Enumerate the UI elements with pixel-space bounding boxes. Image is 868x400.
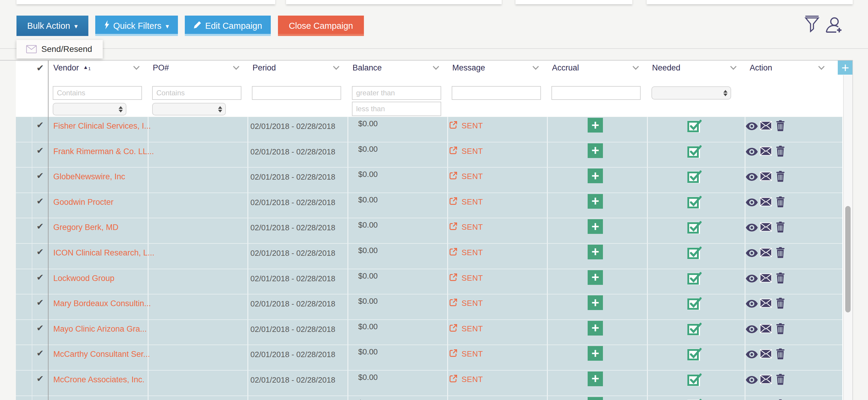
needed-checkbox-icon[interactable] xyxy=(687,372,702,388)
send-email-icon[interactable] xyxy=(760,147,772,157)
row-selected-check-icon[interactable]: ✔ xyxy=(33,348,48,358)
needed-checkbox-icon[interactable] xyxy=(687,321,702,338)
add-accrual-button[interactable]: + xyxy=(588,346,603,361)
menu-item-send-resend[interactable]: Send/Resend xyxy=(17,40,103,58)
view-icon[interactable] xyxy=(746,249,758,258)
column-menu-chevron-icon[interactable] xyxy=(133,66,140,70)
add-accrual-button[interactable]: + xyxy=(588,118,603,133)
message-status[interactable]: SENT xyxy=(462,147,483,156)
column-header-accrual[interactable]: Accrual xyxy=(547,61,647,75)
needed-checkbox-icon[interactable] xyxy=(687,118,702,135)
delete-icon[interactable] xyxy=(776,247,785,259)
row-selected-check-icon[interactable]: ✔ xyxy=(33,247,48,257)
needed-checkbox-icon[interactable] xyxy=(687,271,702,287)
vendor-link[interactable]: McCarthy Consultant Ser... xyxy=(53,350,150,359)
column-header-needed[interactable]: Needed xyxy=(647,61,745,75)
external-link-icon[interactable] xyxy=(449,146,458,156)
row-selected-check-icon[interactable]: ✔ xyxy=(33,171,48,181)
row-selected-check-icon[interactable]: ✔ xyxy=(33,297,48,308)
vendor-link[interactable]: Frank Rimerman & Co. LL... xyxy=(53,147,154,156)
vendor-link[interactable]: GlobeNewswire, Inc xyxy=(53,172,125,181)
add-accrual-button[interactable]: + xyxy=(588,169,603,183)
edit-campaign-button[interactable]: Edit Campaign xyxy=(185,16,271,36)
filter-input-vendor[interactable] xyxy=(53,86,142,100)
send-email-icon[interactable] xyxy=(760,223,772,233)
add-accrual-button[interactable]: + xyxy=(588,321,603,336)
vendor-link[interactable]: ICON Clinical Research, L... xyxy=(53,248,155,258)
delete-icon[interactable] xyxy=(776,323,785,336)
row-selected-check-icon[interactable]: ✔ xyxy=(33,120,48,130)
view-icon[interactable] xyxy=(746,224,758,233)
column-menu-chevron-icon[interactable] xyxy=(333,66,340,70)
filter-input-balance-2[interactable] xyxy=(352,102,441,116)
needed-checkbox-icon[interactable] xyxy=(687,245,702,261)
external-link-icon[interactable] xyxy=(449,323,458,334)
view-icon[interactable] xyxy=(746,199,758,207)
bulk-action-button[interactable]: Bulk Action ▾ xyxy=(17,16,88,36)
delete-icon[interactable] xyxy=(776,145,785,158)
send-email-icon[interactable] xyxy=(760,298,772,309)
delete-icon[interactable] xyxy=(776,120,785,133)
filter-input-accrual[interactable] xyxy=(551,86,641,100)
filter-select-po[interactable] xyxy=(152,103,226,115)
message-status[interactable]: SENT xyxy=(462,248,483,257)
needed-checkbox-icon[interactable] xyxy=(687,347,702,363)
message-status[interactable]: SENT xyxy=(462,324,483,334)
select-all-check-icon[interactable]: ✔ xyxy=(33,61,48,75)
view-icon[interactable] xyxy=(746,350,758,360)
column-menu-chevron-icon[interactable] xyxy=(433,66,439,70)
column-header-vendor[interactable]: Vendor▲1 xyxy=(48,61,148,75)
delete-icon[interactable] xyxy=(776,171,785,183)
filter-input-balance[interactable] xyxy=(352,86,441,100)
add-accrual-button[interactable]: + xyxy=(588,295,603,310)
send-email-icon[interactable] xyxy=(760,248,772,258)
needed-checkbox-icon[interactable] xyxy=(687,220,702,236)
view-icon[interactable] xyxy=(746,376,758,385)
view-icon[interactable] xyxy=(746,173,758,182)
message-status[interactable]: SENT xyxy=(462,121,483,131)
row-selected-check-icon[interactable]: ✔ xyxy=(33,323,48,333)
vertical-scrollbar-thumb[interactable] xyxy=(845,206,850,312)
view-icon[interactable] xyxy=(746,148,758,157)
add-accrual-button[interactable]: + xyxy=(588,143,603,158)
row-selected-check-icon[interactable]: ✔ xyxy=(33,399,48,400)
message-status[interactable]: SENT xyxy=(462,274,483,283)
add-accrual-button[interactable]: + xyxy=(588,270,603,285)
needed-checkbox-icon[interactable] xyxy=(687,144,702,160)
delete-icon[interactable] xyxy=(776,399,785,400)
column-menu-chevron-icon[interactable] xyxy=(818,66,825,70)
delete-icon[interactable] xyxy=(776,272,785,285)
delete-icon[interactable] xyxy=(776,196,785,209)
view-icon[interactable] xyxy=(746,300,758,309)
send-email-icon[interactable] xyxy=(760,172,772,182)
row-selected-check-icon[interactable]: ✔ xyxy=(33,272,48,282)
quick-filters-button[interactable]: Quick Filters ▾ xyxy=(95,16,178,36)
external-link-icon[interactable] xyxy=(449,222,458,232)
delete-icon[interactable] xyxy=(776,374,785,386)
vendor-link[interactable]: Mary Bordeaux Consultin... xyxy=(53,299,151,308)
column-menu-chevron-icon[interactable] xyxy=(532,66,539,70)
send-email-icon[interactable] xyxy=(760,324,772,334)
delete-icon[interactable] xyxy=(776,221,785,234)
add-accrual-button[interactable]: + xyxy=(588,397,603,400)
row-selected-check-icon[interactable]: ✔ xyxy=(33,145,48,155)
close-campaign-button[interactable]: Close Campaign xyxy=(278,16,364,36)
vendor-link[interactable]: Goodwin Procter xyxy=(53,198,114,207)
filter-select-needed[interactable] xyxy=(651,86,731,99)
column-header-action[interactable]: Action xyxy=(745,61,842,75)
vendor-link[interactable]: Lockwood Group xyxy=(53,274,115,283)
message-status[interactable]: SENT xyxy=(462,349,483,359)
external-link-icon[interactable] xyxy=(449,298,458,308)
delete-icon[interactable] xyxy=(776,297,785,310)
column-menu-chevron-icon[interactable] xyxy=(632,66,639,70)
add-accrual-button[interactable]: + xyxy=(588,219,603,234)
needed-checkbox-icon[interactable] xyxy=(687,398,702,400)
send-email-icon[interactable] xyxy=(760,349,772,360)
column-header-message[interactable]: Message xyxy=(447,61,547,75)
add-accrual-button[interactable]: + xyxy=(588,245,603,259)
message-status[interactable]: SENT xyxy=(462,375,483,384)
row-selected-check-icon[interactable]: ✔ xyxy=(33,374,48,384)
message-status[interactable]: SENT xyxy=(462,223,483,232)
send-email-icon[interactable] xyxy=(760,274,772,284)
needed-checkbox-icon[interactable] xyxy=(687,296,702,312)
